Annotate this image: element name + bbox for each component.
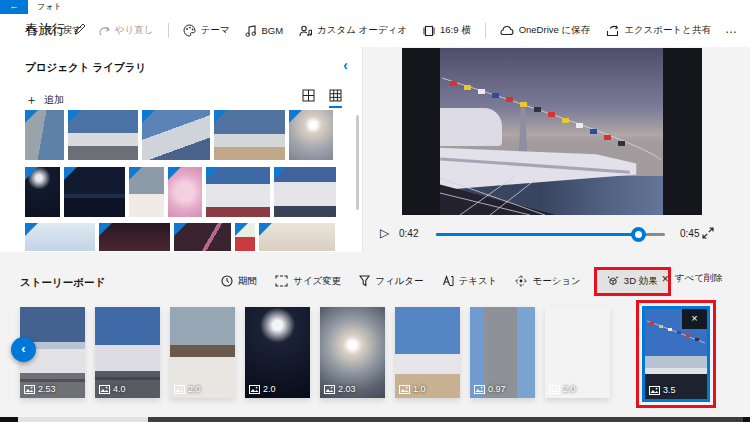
export-share-label: エクスポートと共有 <box>624 24 711 37</box>
remove-all-button[interactable]: × すべて削除 <box>662 272 723 285</box>
duration-badge: 1.0 <box>399 384 426 394</box>
custom-audio-icon <box>299 25 312 37</box>
duration-label: 期間 <box>238 275 257 288</box>
remove-clip-button[interactable]: × <box>682 309 707 329</box>
library-thumb[interactable] <box>214 110 285 160</box>
image-icon <box>174 385 185 394</box>
library-thumb[interactable] <box>25 167 60 217</box>
add-button[interactable]: ＋ 追加 <box>25 91 64 109</box>
library-thumb[interactable] <box>289 110 333 160</box>
storyboard-clip[interactable]: 1.0 <box>395 307 460 398</box>
video-preview[interactable] <box>402 48 702 215</box>
app-title: フォト <box>37 0 62 14</box>
bgm-button[interactable]: BGM <box>245 25 283 37</box>
library-thumb[interactable] <box>274 167 336 217</box>
preview-frame-photo <box>440 48 663 215</box>
theme-label: テーマ <box>201 24 230 37</box>
library-thumb[interactable] <box>129 167 164 217</box>
storyboard-clip[interactable]: 2.0 <box>245 307 310 398</box>
redo-icon <box>98 25 110 37</box>
selected-fold-icon <box>142 110 155 123</box>
export-share-button[interactable]: エクスポートと共有 <box>606 24 711 37</box>
selected-fold-icon <box>206 167 219 180</box>
toolbar-separator <box>168 23 169 38</box>
seek-thumb[interactable] <box>631 227 646 242</box>
selected-fold-icon <box>274 167 287 180</box>
3d-effects-label: 3D 効果 <box>624 275 658 288</box>
image-icon <box>24 385 35 394</box>
grid-large-view-icon[interactable] <box>302 89 315 108</box>
filter-icon <box>359 275 370 287</box>
grid-small-view-icon[interactable] <box>329 89 342 108</box>
storyboard-title: ストーリーボード <box>20 276 105 290</box>
image-icon <box>649 386 660 395</box>
close-icon: × <box>662 274 669 284</box>
duration-badge: 2.03 <box>324 384 356 394</box>
library-thumb[interactable] <box>99 223 170 251</box>
scrollbar-thumb[interactable] <box>148 417 743 422</box>
3d-effects-icon <box>607 275 619 287</box>
collapse-panel-chevron-icon[interactable]: ‹ <box>343 57 348 73</box>
library-thumb[interactable] <box>25 110 64 160</box>
library-thumb[interactable] <box>235 223 255 251</box>
resize-label: サイズ変更 <box>293 275 341 288</box>
library-scrollbar[interactable] <box>356 115 359 210</box>
storyboard-clip[interactable]: 2.0 <box>545 307 610 398</box>
custom-audio-label: カスタム オーディオ <box>317 24 407 37</box>
duration-button[interactable]: 期間 <box>221 275 257 288</box>
storyboard-clip[interactable]: 4.0 <box>95 307 160 398</box>
undo-button[interactable]: 元に戻す <box>26 24 81 37</box>
theme-palette-icon <box>183 24 196 37</box>
storyboard-clip-selected[interactable]: × 3.5 <box>642 306 710 402</box>
scrollbar-track <box>18 417 148 422</box>
redo-button[interactable]: やり直し <box>98 24 154 37</box>
duration-badge: 4.0 <box>99 384 126 394</box>
library-thumb[interactable] <box>168 167 202 217</box>
play-button[interactable]: ▷ <box>380 226 389 240</box>
custom-audio-button[interactable]: カスタム オーディオ <box>299 24 407 37</box>
resize-button[interactable]: サイズ変更 <box>275 275 341 288</box>
library-thumb[interactable] <box>206 167 270 217</box>
storyboard-clip[interactable]: 2.0 <box>170 307 235 398</box>
project-library-panel: プロジェクト ライブラリ ‹ ＋ 追加 <box>0 47 363 252</box>
aspect-ratio-button[interactable]: 16:9 横 <box>423 24 471 37</box>
aspect-ratio-icon <box>423 25 435 37</box>
title-bar: ← フォト <box>0 0 750 14</box>
music-note-icon <box>245 25 256 37</box>
image-icon <box>474 385 485 394</box>
library-thumb[interactable] <box>68 110 138 160</box>
text-button[interactable]: テキスト <box>442 275 498 288</box>
redo-label: やり直し <box>115 24 154 37</box>
library-thumb[interactable] <box>142 110 210 160</box>
library-thumb[interactable] <box>64 167 125 217</box>
current-time: 0:42 <box>399 228 418 239</box>
back-button[interactable]: ← <box>0 0 28 14</box>
storyboard-clips: 2.53 4.0 2.0 2.0 2.03 1.0 <box>20 307 716 408</box>
storyboard-horizontal-scrollbar[interactable] <box>0 417 750 422</box>
total-time: 0:45 <box>680 228 699 239</box>
save-onedrive-button[interactable]: OneDrive に保存 <box>500 24 591 37</box>
storyboard-scroll-left-button[interactable]: ‹ <box>11 337 36 362</box>
storyboard-clip[interactable]: 2.03 <box>320 307 385 398</box>
command-bar: 春旅行 元に戻す やり直し テーマ BGM カスタム オーディオ 16:9 横 <box>0 14 750 47</box>
theme-button[interactable]: テーマ <box>183 24 230 37</box>
3d-effects-button[interactable]: 3D 効果 <box>597 270 668 293</box>
selected-fold-icon <box>25 223 38 236</box>
duration-badge: 2.0 <box>549 384 576 394</box>
storyboard-clip[interactable]: 0.97 <box>470 307 535 398</box>
filter-button[interactable]: フィルター <box>359 275 423 288</box>
seek-bar-fill <box>436 233 638 236</box>
selected-clip-highlight-box: × 3.5 <box>636 300 716 408</box>
library-thumb[interactable] <box>174 223 231 251</box>
selected-fold-icon <box>168 167 181 180</box>
library-thumb[interactable] <box>259 223 335 251</box>
share-icon <box>606 25 619 37</box>
fullscreen-icon[interactable] <box>702 227 714 239</box>
add-label: 追加 <box>44 93 64 107</box>
more-button[interactable]: … <box>725 22 738 36</box>
motion-icon <box>515 275 527 287</box>
storyboard-toolbar: 期間 サイズ変更 フィルター テキスト モーション 3D 効果 <box>212 266 671 296</box>
library-thumb[interactable] <box>25 223 95 251</box>
text-label: テキスト <box>459 275 498 288</box>
motion-button[interactable]: モーション <box>515 275 580 288</box>
